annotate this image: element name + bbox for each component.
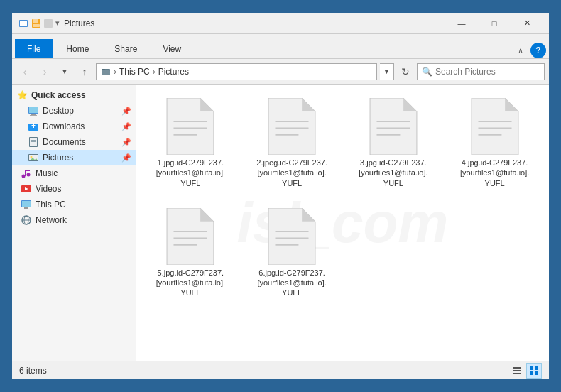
svg-rect-9 <box>102 69 105 70</box>
dropdown-recent-button[interactable]: ▼ <box>56 63 73 80</box>
svg-rect-6 <box>44 19 53 28</box>
file-icon <box>470 98 520 155</box>
music-icon <box>21 168 32 179</box>
file-item[interactable]: 6.jpg.id-C279F237.[yourfiles1@tuta.io].Y… <box>245 202 339 305</box>
file-item[interactable]: 5.jpg.id-C279F237.[yourfiles1@tuta.io].Y… <box>143 202 238 305</box>
svg-point-27 <box>27 173 31 177</box>
search-icon: 🔍 <box>422 67 432 77</box>
tab-home[interactable]: Home <box>54 39 101 58</box>
up-button[interactable]: ↑ <box>76 63 93 80</box>
dropdown-arrow[interactable]: ▾ <box>55 18 60 28</box>
network-icon <box>21 214 32 226</box>
document-svg <box>267 98 317 155</box>
sidebar-item-quick-access[interactable]: ⭐ Quick access <box>12 87 136 103</box>
path-dropdown-button[interactable]: ▼ <box>380 63 394 80</box>
pin-icon-desktop: 📌 <box>121 107 131 116</box>
title-bar-controls: — □ ✕ <box>445 13 543 34</box>
search-box[interactable]: 🔍 <box>417 63 545 80</box>
svg-rect-2 <box>20 26 27 26</box>
tab-view[interactable]: View <box>151 39 193 58</box>
svg-rect-72 <box>530 366 533 370</box>
view-controls <box>509 363 542 379</box>
sidebar-item-network[interactable]: Network <box>12 212 136 228</box>
sidebar-label-desktop: Desktop <box>43 106 74 116</box>
ribbon-tabs: File Home Share View ∧ ? <box>12 34 549 58</box>
svg-point-24 <box>31 156 33 158</box>
sidebar-item-downloads[interactable]: Downloads 📌 <box>12 119 136 134</box>
ribbon-chevron[interactable]: ∧ <box>513 43 528 58</box>
sidebar-item-thispc[interactable]: This PC <box>12 197 136 212</box>
grid-view-button[interactable] <box>526 363 542 379</box>
minimize-button[interactable]: — <box>445 13 478 34</box>
svg-rect-71 <box>513 373 521 374</box>
ribbon-expand: ∧ ? <box>513 43 546 58</box>
documents-icon <box>28 136 39 148</box>
file-area: isl_com 1.jpg.id-C279F237.[yourfiles1@tu… <box>136 85 549 361</box>
path-thispc[interactable]: This PC <box>119 67 150 77</box>
sidebar-item-videos[interactable]: Videos <box>12 181 136 197</box>
svg-rect-19 <box>31 140 36 141</box>
star-icon: ⭐ <box>16 89 28 101</box>
search-input[interactable] <box>435 67 540 77</box>
thispc-icon <box>21 199 32 210</box>
document-svg <box>165 208 215 265</box>
path-separator-2: › <box>153 67 156 77</box>
folder-icon <box>101 67 111 77</box>
back-button[interactable]: ‹ <box>16 63 33 80</box>
tab-file[interactable]: File <box>15 39 53 58</box>
sidebar-label-downloads: Downloads <box>43 121 85 131</box>
sidebar-label-documents: Documents <box>43 137 86 147</box>
grid-view-icon <box>529 366 539 376</box>
sidebar-item-documents[interactable]: Documents 📌 <box>12 134 136 150</box>
file-item[interactable]: 2.jpeg.id-C279F237.[yourfiles1@tuta.io].… <box>245 92 339 195</box>
sidebar-label-thispc: This PC <box>36 200 66 209</box>
main-content: ⭐ Quick access Desktop 📌 Downloads 📌 <box>12 85 549 361</box>
tab-share[interactable]: Share <box>102 39 149 58</box>
sidebar-item-pictures[interactable]: Pictures 📌 <box>12 150 136 165</box>
maximize-button[interactable]: □ <box>478 13 511 34</box>
address-bar: ‹ › ▼ ↑ › This PC › Pictures ▼ ↻ 🔍 <box>12 59 549 85</box>
path-pictures[interactable]: Pictures <box>158 67 189 77</box>
sidebar-label-videos: Videos <box>36 184 61 194</box>
title-bar: ▾ Pictures — □ ✕ <box>12 13 549 34</box>
sidebar-item-desktop[interactable]: Desktop 📌 <box>12 103 136 119</box>
svg-rect-12 <box>31 114 36 115</box>
svg-marker-40 <box>200 98 214 111</box>
sidebar-label-quick-access: Quick access <box>31 90 86 100</box>
svg-rect-73 <box>535 366 538 370</box>
svg-rect-1 <box>20 21 27 26</box>
svg-rect-11 <box>29 107 38 113</box>
window-icon <box>18 18 29 29</box>
list-view-button[interactable] <box>509 363 525 379</box>
svg-rect-75 <box>535 371 538 375</box>
file-name: 3.jpg.id-C279F237.[yourfiles1@tuta.io].Y… <box>358 158 429 188</box>
file-name: 6.jpg.id-C279F237.[yourfiles1@tuta.io].Y… <box>256 268 327 298</box>
close-button[interactable]: ✕ <box>511 13 543 34</box>
videos-icon <box>21 183 32 195</box>
help-button[interactable]: ? <box>530 43 546 58</box>
file-item[interactable]: 3.jpg.id-C279F237.[yourfiles1@tuta.io].Y… <box>347 92 441 195</box>
forward-button[interactable]: › <box>36 63 53 80</box>
undo-icon <box>43 18 53 28</box>
sidebar-label-network: Network <box>36 215 67 225</box>
file-item[interactable]: 1.jpg.id-C279F237.[yourfiles1@tuta.io].Y… <box>143 92 238 195</box>
address-path[interactable]: › This PC › Pictures <box>96 63 377 80</box>
refresh-button[interactable]: ↻ <box>397 63 414 80</box>
svg-marker-45 <box>302 98 315 111</box>
pictures-icon <box>28 152 39 163</box>
document-svg <box>165 98 215 155</box>
file-icon <box>267 208 317 265</box>
document-svg <box>470 98 520 155</box>
svg-rect-70 <box>513 370 521 371</box>
file-name: 4.jpg.id-C279F237.[yourfiles1@tuta.io].Y… <box>459 158 530 188</box>
file-icon <box>267 98 317 155</box>
file-name: 2.jpeg.id-C279F237.[yourfiles1@tuta.io].… <box>256 158 327 188</box>
svg-rect-16 <box>33 123 34 128</box>
window-title: Pictures <box>64 18 445 28</box>
file-icon <box>165 208 215 265</box>
file-item[interactable]: 4.jpg.id-C279F237.[yourfiles1@tuta.io].Y… <box>447 92 542 195</box>
item-count: 6 items <box>19 366 47 376</box>
svg-rect-74 <box>530 371 533 375</box>
svg-rect-33 <box>22 201 31 207</box>
sidebar-item-music[interactable]: Music <box>12 165 136 181</box>
